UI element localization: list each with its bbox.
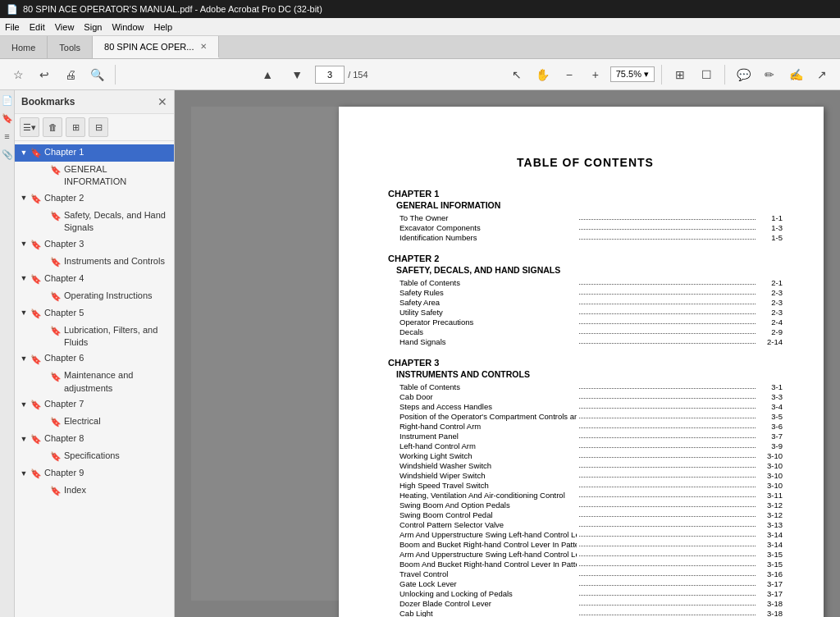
pdf-viewer[interactable]: TABLE OF CONTENTS CHAPTER 1 GENERAL INFO… bbox=[175, 90, 840, 617]
toc-entry-dots bbox=[579, 520, 756, 527]
fit-page-button[interactable]: ⊞ bbox=[669, 63, 692, 86]
bookmark-ch6-sub1[interactable]: 🔖 Maintenance and adjustments bbox=[38, 368, 174, 396]
bookmark-ch6-item[interactable]: ▼ 🔖 Chapter 6 bbox=[15, 350, 174, 368]
ch7-label: Chapter 7 bbox=[43, 398, 84, 410]
expand-all-button[interactable]: ⊞ bbox=[66, 117, 85, 137]
bookmark-ch7-item[interactable]: ▼ 🔖 Chapter 7 bbox=[15, 396, 174, 414]
print-button[interactable]: 🖨 bbox=[59, 63, 82, 86]
ch1-children: 🔖 GENERAL INFORMATION bbox=[15, 162, 174, 190]
tab-home[interactable]: Home bbox=[0, 36, 48, 58]
collapse-all-button[interactable]: ⊟ bbox=[89, 117, 108, 137]
ch7-expand-icon[interactable]: ▼ bbox=[18, 399, 30, 410]
ch2-expand-icon[interactable]: ▼ bbox=[18, 193, 30, 204]
bookmark-ch7-sub1[interactable]: 🔖 Electrical bbox=[38, 414, 174, 431]
toc-entry-label: Windshield Wiper Switch bbox=[388, 471, 577, 480]
share-button[interactable]: ↗ bbox=[810, 63, 833, 86]
menu-item-window[interactable]: Window bbox=[112, 22, 144, 32]
toolbar: ☆ ↩ 🖨 🔍 ▲ ▼ / 154 ↖ ✋ − + 75.5% ▾ ⊞ ☐ 💬 … bbox=[0, 59, 840, 90]
prev-page-button[interactable]: ▲ bbox=[256, 63, 279, 86]
ch3-expand-icon[interactable]: ▼ bbox=[18, 239, 30, 250]
ch1-expand-icon[interactable]: ▼ bbox=[18, 147, 30, 158]
bookmark-ch2-sub1[interactable]: 🔖 Safety, Decals, and Hand Signals bbox=[38, 208, 174, 236]
pages-icon[interactable]: 📄 bbox=[1, 94, 14, 107]
toc-entry-dots bbox=[579, 382, 756, 389]
bookmark-ch4-item[interactable]: ▼ 🔖 Chapter 4 bbox=[15, 271, 174, 288]
comment-button[interactable]: 💬 bbox=[732, 63, 755, 86]
bookmark-chapter7: ▼ 🔖 Chapter 7 🔖 Electrical bbox=[15, 396, 174, 431]
bookmarks-icon[interactable]: 🔖 bbox=[1, 112, 14, 125]
toc-entry-page: 3-18 bbox=[758, 609, 783, 617]
toc-entry-page: 3-1 bbox=[758, 382, 783, 391]
ch9-bookmark-icon: 🔖 bbox=[30, 468, 43, 481]
bookmark-ch3-item[interactable]: ▼ 🔖 Chapter 3 bbox=[15, 236, 174, 254]
menu-item-help[interactable]: Help bbox=[154, 22, 173, 32]
ch5-bookmark-icon: 🔖 bbox=[30, 308, 43, 321]
toc-entry: Working Light Switch3-10 bbox=[388, 451, 783, 460]
toc-entry-dots bbox=[579, 481, 756, 487]
bookmark-ch8-sub1[interactable]: 🔖 Specifications bbox=[38, 448, 174, 465]
next-page-button[interactable]: ▼ bbox=[285, 63, 308, 86]
bookmarks-sidebar: Bookmarks ✕ ☰▾ 🗑 ⊞ ⊟ ▼ 🔖 Chapter 1 🔖 bbox=[15, 90, 175, 617]
bookmark-chapter8: ▼ 🔖 Chapter 8 🔖 Specifications bbox=[15, 431, 174, 465]
zoom-out-button[interactable]: − bbox=[558, 63, 581, 86]
bookmark-ch9-sub1[interactable]: 🔖 Index bbox=[38, 482, 174, 500]
layers-icon[interactable]: ≡ bbox=[1, 130, 14, 143]
bookmark-options-button[interactable]: ☰▾ bbox=[20, 117, 39, 137]
toc-entry: Travel Control3-16 bbox=[388, 569, 783, 578]
menu-item-view[interactable]: View bbox=[55, 22, 75, 32]
bookmark-ch1-item[interactable]: ▼ 🔖 Chapter 1 bbox=[15, 144, 174, 162]
bookmark-ch5-item[interactable]: ▼ 🔖 Chapter 5 bbox=[15, 305, 174, 322]
ch2-subheading: SAFETY, DECALS, AND HAND SIGNALS bbox=[396, 265, 783, 275]
page-number-input[interactable] bbox=[315, 66, 345, 84]
bookmark-ch8-item[interactable]: ▼ 🔖 Chapter 8 bbox=[15, 431, 174, 448]
ch6-sub1-expand bbox=[38, 370, 49, 382]
prev-view-button[interactable]: ↩ bbox=[33, 63, 56, 86]
ch8-sub1-label: Specifications bbox=[62, 450, 120, 462]
sidebar-title: Bookmarks bbox=[21, 96, 75, 107]
bookmark-ch1-sub1[interactable]: 🔖 GENERAL INFORMATION bbox=[38, 162, 174, 190]
zoom-in-button[interactable]: + bbox=[584, 63, 607, 86]
toc-entry-label: Windshield Washer Switch bbox=[388, 461, 577, 470]
fit-width-button[interactable]: ☐ bbox=[695, 63, 718, 86]
menu-item-file[interactable]: File bbox=[5, 22, 20, 32]
bookmark-ch5-sub1[interactable]: 🔖 Lubrication, Filters, and Fluids bbox=[38, 322, 174, 351]
ch6-expand-icon[interactable]: ▼ bbox=[18, 353, 30, 364]
page-navigation: / 154 bbox=[315, 66, 368, 84]
app-icon: 📄 bbox=[7, 4, 18, 15]
hand-tool-button[interactable]: ✋ bbox=[532, 63, 555, 86]
ch5-expand-icon[interactable]: ▼ bbox=[18, 308, 30, 319]
menu-item-sign[interactable]: Sign bbox=[84, 22, 102, 32]
zoom-out-small-button[interactable]: 🔍 bbox=[85, 63, 108, 86]
bookmark-tree: ▼ 🔖 Chapter 1 🔖 GENERAL INFORMATION ▼ 🔖 bbox=[15, 141, 174, 617]
highlight-button[interactable]: ✏ bbox=[758, 63, 781, 86]
toc-entry-page: 2-3 bbox=[758, 288, 783, 297]
bookmark-ch2-item[interactable]: ▼ 🔖 Chapter 2 bbox=[15, 190, 174, 208]
delete-bookmark-button[interactable]: 🗑 bbox=[43, 117, 62, 137]
attachments-icon[interactable]: 📎 bbox=[1, 148, 14, 161]
ch9-sub1-label: Index bbox=[62, 484, 86, 496]
ch8-expand-icon[interactable]: ▼ bbox=[18, 433, 30, 445]
ch4-expand-icon[interactable]: ▼ bbox=[18, 273, 30, 285]
ch9-expand-icon[interactable]: ▼ bbox=[18, 468, 30, 479]
sidebar-close-button[interactable]: ✕ bbox=[158, 95, 167, 108]
toc-entry-dots bbox=[579, 540, 756, 546]
toc-entry-label: Travel Control bbox=[388, 569, 577, 578]
bookmark-add-button[interactable]: ☆ bbox=[7, 63, 30, 86]
bookmark-ch3-sub1[interactable]: 🔖 Instruments and Controls bbox=[38, 254, 174, 271]
sign-button[interactable]: ✍ bbox=[784, 63, 807, 86]
tab-document[interactable]: 80 SPIN ACE OPER... ✕ bbox=[93, 36, 219, 58]
bookmark-ch4-sub1[interactable]: 🔖 Operating Instructions bbox=[38, 288, 174, 305]
zoom-level-display[interactable]: 75.5% ▾ bbox=[610, 66, 655, 82]
ch2-sub1-expand bbox=[38, 210, 49, 222]
toc-entry-dots bbox=[579, 233, 756, 240]
toc-entry-dots bbox=[579, 451, 756, 458]
ch2-label: Chapter 2 bbox=[43, 192, 84, 204]
tab-tools[interactable]: Tools bbox=[48, 36, 93, 58]
tab-bar: Home Tools 80 SPIN ACE OPER... ✕ bbox=[0, 36, 840, 59]
cursor-tool-button[interactable]: ↖ bbox=[505, 63, 528, 86]
bookmark-ch9-item[interactable]: ▼ 🔖 Chapter 9 bbox=[15, 465, 174, 482]
tab-close-icon[interactable]: ✕ bbox=[200, 42, 207, 51]
toc-entry-label: Heating, Ventilation And Air-conditionin… bbox=[388, 491, 577, 500]
ch2-sub1-label: Safety, Decals, and Hand Signals bbox=[62, 209, 171, 235]
menu-item-edit[interactable]: Edit bbox=[30, 22, 45, 32]
